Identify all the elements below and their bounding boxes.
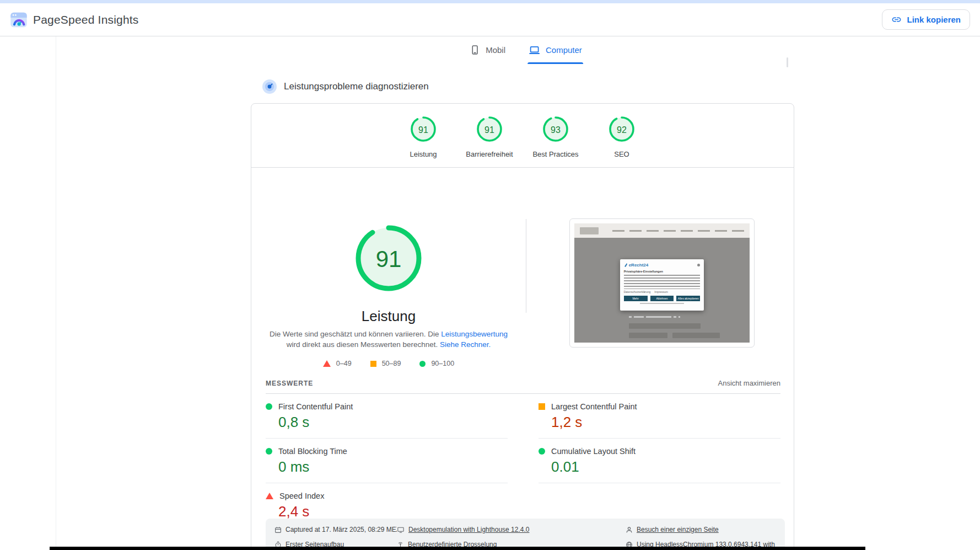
calendar-icon (274, 526, 282, 533)
metric-name: Speed Index (279, 492, 324, 500)
metric-name: Total Blocking Time (278, 447, 347, 456)
score-gauge: 93 (542, 116, 569, 145)
window-bottom-edge (50, 547, 865, 550)
metric-value: 0 ms (278, 458, 508, 476)
legend-good: 90–100 (419, 360, 454, 367)
consent-text-placeholder (624, 275, 701, 289)
metric-total-blocking-time: Total Blocking Time 0 ms (266, 439, 508, 483)
consent-decline-button: Ablehnen (650, 296, 674, 301)
description-text: Die Werte sind geschätzt und können vari… (270, 330, 441, 338)
metric-cumulative-layout-shift: Cumulative Layout Shift 0.01 (539, 439, 780, 483)
legend-range: 50–89 (382, 360, 401, 367)
run-single-visit[interactable]: Besuch einer einzigen Seite (626, 526, 776, 533)
metric-value: 1,2 s (551, 414, 780, 431)
metric-name: First Contentful Paint (278, 402, 353, 411)
metric-value: 0,8 s (278, 414, 508, 431)
pagespeed-insights-page: { "header": { "title": "PageSpeed Insigh… (0, 0, 980, 550)
metric-name: Cumulative Layout Shift (551, 447, 636, 456)
maximize-view-link[interactable]: Ansicht maximieren (718, 379, 780, 387)
speedometer-icon (262, 79, 277, 94)
average-square-icon (539, 403, 545, 410)
good-circle-icon (266, 448, 272, 455)
consent-brand-name: eRecht24 (629, 263, 649, 268)
privacy-link: Datenschutzerklärung (624, 290, 651, 293)
metric-name: Largest Contentful Paint (551, 402, 637, 411)
score-gauge: 91 (410, 116, 437, 145)
imprint-link: Impressum (654, 290, 668, 293)
run-capture-time: Captured at 17. März 2025, 08:29 MEZ (274, 526, 397, 533)
score-accessibility[interactable]: 91 Barrierefreiheit (463, 116, 516, 167)
description-text: wird direkt aus diesen Messwerten berech… (287, 340, 440, 349)
legend-poor: 0–49 (323, 360, 352, 367)
consent-accept-button: Alles akzeptieren (676, 296, 700, 301)
consent-title: Privatsphäre-Einstellungen (624, 270, 701, 273)
media-controls-placeholder (629, 316, 696, 318)
score-gauge: 91 (476, 116, 503, 145)
section-divider (526, 219, 526, 313)
consent-more-button: Mehr (624, 296, 648, 301)
copy-link-label: Link kopieren (907, 15, 961, 24)
score-legend: 0–49 50–89 90–100 (323, 360, 454, 367)
score-label: Barrierefreiheit (466, 150, 513, 158)
metrics-header: MESSWERTE Ansicht maximieren (266, 379, 780, 387)
metrics-title: MESSWERTE (266, 380, 313, 387)
page-button-placeholder (629, 333, 667, 338)
metric-first-contentful-paint: First Contentful Paint 0,8 s (266, 394, 508, 439)
report-card: 91 Leistung 91 Barrierefreiheit 93 (251, 103, 794, 550)
consent-caption-placeholder (640, 303, 684, 304)
consent-buttons: Mehr Ablehnen Alles akzeptieren (624, 296, 701, 301)
performance-summary: 91 Leistung Die Werte sind geschätzt und… (251, 225, 526, 367)
score-gauge: 92 (609, 116, 635, 145)
metric-value: 2,4 s (278, 503, 508, 520)
performance-title: Leistung (362, 308, 416, 325)
tab-mobile-label: Mobil (486, 45, 505, 55)
average-square-icon (370, 361, 376, 367)
scrollbar-thumb[interactable] (787, 57, 788, 67)
score-label: SEO (614, 150, 629, 158)
tab-mobile[interactable]: Mobil (469, 36, 507, 64)
score-seo[interactable]: 92 SEO (595, 116, 648, 167)
site-logo-placeholder (580, 227, 599, 234)
metrics-grid: First Contentful Paint 0,8 s Largest Con… (266, 393, 780, 527)
gear-icon (697, 264, 700, 266)
run-item-text: Desktopemulation with Lighthouse 12.4.0 (408, 526, 529, 533)
cookie-consent-modal: eRecht24 Privatsphäre-Einstellungen Date… (620, 259, 704, 311)
metric-value: 0.01 (551, 458, 780, 476)
window-edge-line (56, 36, 56, 550)
page-button-placeholder (672, 333, 720, 338)
metric-largest-contentful-paint: Largest Contentful Paint 1,2 s (539, 394, 780, 439)
app-header: PageSpeed Insights Link kopieren (0, 3, 980, 36)
laptop-icon (529, 44, 540, 56)
calculator-link[interactable]: Siehe Rechner. (440, 340, 491, 349)
run-item-text: Besuch einer einzigen Seite (637, 526, 719, 533)
run-emulation[interactable]: Desktopemulation with Lighthouse 12.4.0 (397, 526, 626, 533)
score-value: 91 (476, 116, 503, 145)
run-item-text: Captured at 17. März 2025, 08:29 MEZ (286, 526, 397, 533)
tab-desktop-label: Computer (546, 45, 582, 55)
erecht24-logo-icon (624, 263, 628, 267)
good-circle-icon (419, 361, 426, 367)
tab-desktop[interactable]: Computer (527, 36, 583, 64)
score-performance[interactable]: 91 Leistung (397, 116, 450, 167)
legend-range: 90–100 (431, 360, 454, 367)
pagespeed-logo-icon (10, 11, 28, 29)
score-value: 91 (410, 116, 437, 145)
score-description: Die Werte sind geschätzt und können vari… (267, 329, 510, 350)
device-tabs: Mobil Computer (469, 36, 583, 64)
score-best-practices[interactable]: 93 Best Practices (529, 116, 582, 167)
link-icon (891, 14, 902, 25)
screenshot-content: eRecht24 Privatsphäre-Einstellungen Date… (574, 223, 750, 343)
scoring-link[interactable]: Leistungsbewertung (441, 330, 508, 338)
good-circle-icon (266, 403, 272, 410)
legend-range: 0–49 (336, 360, 352, 367)
score-value: 92 (609, 116, 635, 145)
consent-links: Datenschutzerklärung Impressum (624, 290, 701, 293)
category-scores-row: 91 Leistung 91 Barrierefreiheit 93 (251, 104, 794, 168)
diagnose-label: Leistungsprobleme diagnostizieren (284, 81, 429, 92)
diagnose-heading: Leistungsprobleme diagnostizieren (262, 79, 429, 94)
page-screenshot-thumbnail[interactable]: eRecht24 Privatsphäre-Einstellungen Date… (569, 218, 755, 348)
copy-link-button[interactable]: Link kopieren (882, 9, 970, 30)
legend-average: 50–89 (370, 360, 401, 367)
monitor-icon (397, 526, 405, 533)
score-value: 93 (542, 116, 569, 145)
